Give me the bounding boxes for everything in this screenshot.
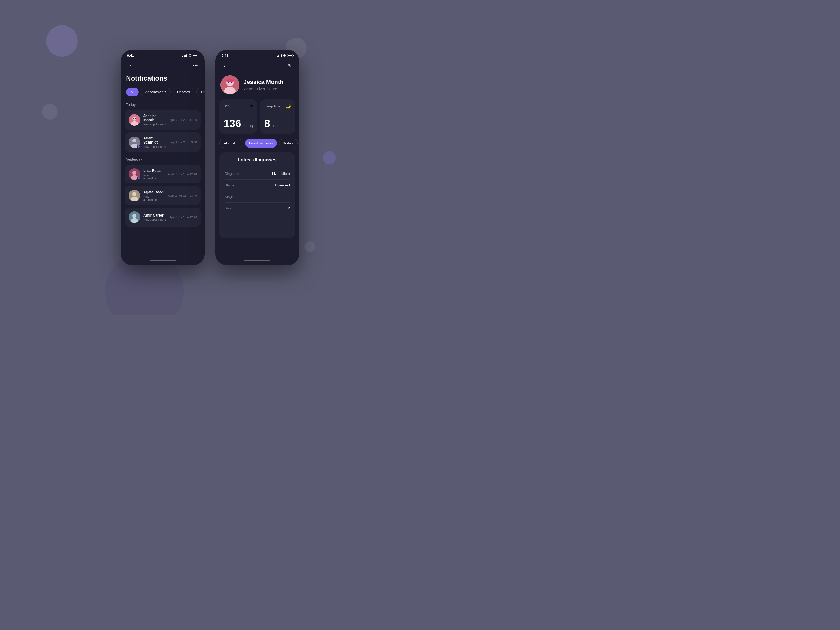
tab-all[interactable]: All [126, 88, 139, 96]
tab-latest-diagnoses[interactable]: Latest diagnoses [245, 139, 277, 148]
page-title: Notifications [121, 74, 205, 88]
section-yesterday: Yesterday [121, 157, 205, 164]
stat-sleep: Sleep time 🌙 8 hours [260, 99, 295, 134]
stat-sys-value: 136 [224, 118, 241, 129]
notif-adam[interactable]: Adam Schmidt New appointment April 8, 9:… [125, 132, 201, 152]
stat-sys: SYS ♥ 136 mmHg [219, 99, 257, 134]
avatar-wrap-jessica [129, 114, 140, 126]
avatar-amir [129, 211, 140, 223]
svg-point-3 [133, 118, 134, 118]
status-bar-1: 9:41 ☉ [121, 50, 205, 60]
notif-amir[interactable]: Amir Carter New appointment April 8, 12:… [125, 208, 201, 227]
svg-point-14 [132, 192, 136, 196]
status-icons-1: ☉ [182, 54, 199, 57]
status-icons-2: ☀ [277, 54, 293, 57]
diagnose-row-risk: Risk 2 [225, 203, 290, 214]
notif-info-agata: Agata Reed New appointment [143, 190, 164, 201]
phone-patient: 9:41 ☀ ‹ ✎ [215, 50, 299, 265]
patient-dot: • [254, 87, 257, 91]
signal-icon-2 [277, 54, 282, 57]
diag-key-diagnose: Diagnose [225, 172, 239, 175]
avatar-dot-adam [137, 145, 140, 148]
notif-sub-agata: New appointment [143, 195, 164, 201]
phones-container: 9:41 ☉ ‹ ••• Notifications [121, 50, 299, 265]
patient-condition: Liver failure [257, 87, 277, 91]
yesterday-list: Lisa Ross New appointment April 15, 12:1… [121, 164, 205, 227]
tab-information[interactable]: Information [219, 139, 243, 148]
svg-point-11 [132, 171, 136, 175]
avatar-face-agata [129, 190, 140, 201]
stat-sys-header: SYS ♥ [224, 104, 253, 108]
notif-date-adam: April 8, 9:20 – 09:40 [171, 141, 197, 144]
avatar-face-jessica [129, 114, 140, 126]
diagnose-row-status: Status Observed [225, 180, 290, 191]
avatar-wrap-amir [129, 211, 140, 223]
stat-sys-values: 136 mmHg [224, 118, 253, 129]
today-list: Jessica Month New appointment April 7, 1… [121, 110, 205, 152]
diag-val-diagnose: Liver failure [272, 172, 290, 175]
notif-info-amir: Amir Carter New appointment [143, 213, 166, 221]
diagnoses-title: Latest diagnoses [225, 157, 290, 163]
avatar-face-amir [129, 211, 140, 223]
notif-name-jessica: Jessica Month [143, 114, 166, 122]
home-indicator-1 [121, 257, 205, 265]
diag-key-risk: Risk [225, 206, 231, 210]
patient-info: Jessica Month 27 yo • Liver failure [243, 79, 284, 91]
stat-sleep-unit: hours [272, 124, 280, 128]
back-button-1[interactable]: ‹ [126, 62, 134, 70]
battery-icon-2 [287, 54, 293, 57]
svg-point-1 [132, 117, 136, 121]
notif-name-amir: Amir Carter [143, 213, 166, 217]
notif-date-amir: April 8, 12:10 – 12:40 [169, 216, 197, 219]
diag-val-stage: 1 [288, 195, 290, 199]
edit-button[interactable]: ✎ [286, 62, 294, 70]
phone-notifications: 9:41 ☉ ‹ ••• Notifications [121, 50, 205, 265]
patient-name: Jessica Month [243, 79, 284, 85]
notif-jessica[interactable]: Jessica Month New appointment April 7, 1… [125, 110, 201, 129]
patient-avatar-face [221, 75, 239, 94]
diagnose-row-stage: Stage 1 [225, 191, 290, 203]
patient-meta: 27 yo • Liver failure [243, 87, 284, 91]
avatar-wrap-lisa [129, 168, 140, 180]
diagnoses-card: Latest diagnoses Diagnose Liver failure … [219, 152, 295, 238]
patient-header: Jessica Month 27 yo • Liver failure [215, 74, 299, 99]
stat-sleep-header: Sleep time 🌙 [264, 104, 291, 109]
tab-appointments[interactable]: Appointments [141, 88, 171, 96]
more-button[interactable]: ••• [191, 62, 199, 70]
avatar-wrap-adam [129, 136, 140, 148]
notif-agata[interactable]: Agata Reed New appointment April 13, 08:… [125, 186, 201, 205]
nav-bar-2: ‹ ✎ [215, 60, 299, 74]
notif-info-adam: Adam Schmidt New appointment [143, 136, 168, 148]
notif-name-agata: Agata Reed [143, 190, 164, 194]
avatar-dot-lisa [137, 177, 140, 180]
stat-sys-unit: mmHg [243, 124, 253, 128]
stats-row: SYS ♥ 136 mmHg Sleep time 🌙 8 h [215, 99, 299, 139]
svg-point-24 [226, 79, 234, 82]
avatar-jessica [129, 114, 140, 126]
svg-rect-9 [132, 142, 136, 144]
notif-name-lisa: Lisa Ross [143, 169, 164, 173]
nav-bar-1: ‹ ••• [121, 60, 205, 74]
notif-sub-jessica: New appointment [143, 123, 166, 126]
notif-date-agata: April 13, 08:15 – 08:40 [168, 194, 197, 197]
avatar-agata [129, 190, 140, 201]
diag-key-stage: Stage [225, 195, 234, 199]
tab-systolic[interactable]: Systolic [279, 139, 298, 148]
notif-sub-lisa: New appointment [143, 174, 164, 180]
svg-point-4 [135, 118, 136, 118]
notif-info-lisa: Lisa Ross New appointment [143, 169, 164, 180]
signal-icon [182, 54, 187, 57]
diagnose-row-diagnose: Diagnose Liver failure [225, 168, 290, 180]
stat-sleep-values: 8 hours [264, 118, 291, 129]
wifi-icon-2: ☀ [283, 54, 286, 57]
filter-tabs: All Appointments Updates Other [121, 88, 205, 103]
tab-other[interactable]: Other [196, 88, 205, 96]
back-button-2[interactable]: ‹ [221, 62, 229, 70]
svg-point-17 [132, 214, 136, 218]
notif-lisa[interactable]: Lisa Ross New appointment April 15, 12:1… [125, 164, 201, 183]
moon-icon: 🌙 [286, 104, 291, 109]
notif-name-adam: Adam Schmidt [143, 136, 168, 144]
notif-date-lisa: April 15, 12:10 – 12:40 [168, 172, 197, 175]
stat-sleep-label: Sleep time [264, 104, 280, 108]
tab-updates[interactable]: Updates [173, 88, 194, 96]
